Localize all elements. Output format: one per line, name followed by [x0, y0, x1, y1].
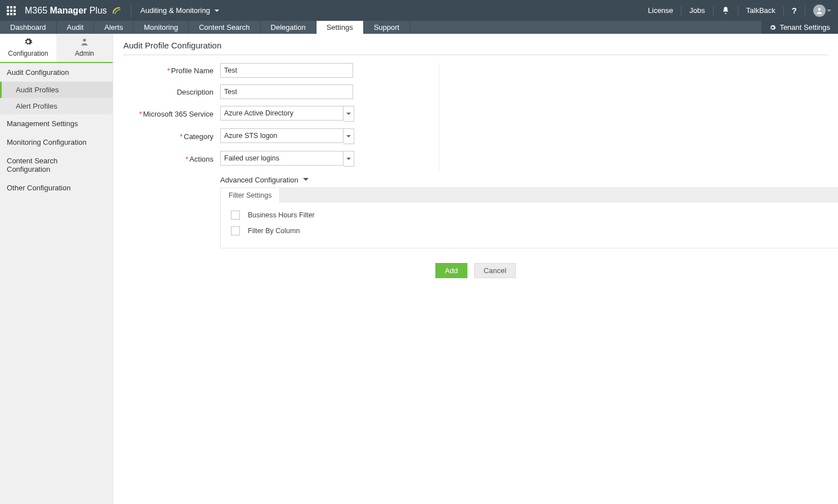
help-icon[interactable]: ?	[792, 6, 797, 15]
sidetab-config-label: Configuration	[8, 50, 48, 57]
page-title: Audit Profile Configuration	[123, 41, 828, 55]
person-icon	[56, 37, 113, 48]
service-value: Azure Active Directory	[220, 106, 344, 121]
tab-dashboard[interactable]: Dashboard	[0, 21, 57, 34]
gear-icon	[769, 24, 776, 31]
sidetab-admin-label: Admin	[75, 50, 94, 57]
cancel-button[interactable]: Cancel	[474, 263, 516, 278]
business-hours-label: Business Hours Filter	[248, 211, 315, 219]
chevron-down-icon	[344, 128, 354, 144]
profile-name-input[interactable]	[220, 63, 353, 78]
side-monitoring-label: Monitoring Configuration	[7, 138, 87, 146]
tenant-settings-label: Tenant Settings	[779, 23, 830, 32]
user-avatar-icon	[813, 5, 826, 17]
side-monitoring-config[interactable]: Monitoring Configuration	[0, 133, 113, 151]
app-launcher-icon[interactable]	[7, 6, 16, 15]
description-input[interactable]	[220, 84, 353, 99]
tab-alerts[interactable]: Alerts	[94, 21, 133, 34]
side-mgmt-label: Management Settings	[7, 119, 78, 128]
navtabs: Dashboard Audit Alerts Monitoring Conten…	[0, 21, 838, 34]
chevron-down-icon	[344, 151, 354, 167]
chevron-right-icon	[101, 122, 106, 126]
tab-delegation[interactable]: Delegation	[261, 21, 317, 34]
advanced-config-toggle[interactable]: Advanced Configuration	[220, 176, 828, 184]
category-value: Azure STS logon	[220, 128, 344, 143]
filter-by-column-checkbox[interactable]	[231, 226, 240, 235]
brand-pre: M365	[25, 6, 50, 15]
side-content-search-config[interactable]: Content Search Configuration	[0, 151, 113, 179]
main: Audit Profile Configuration *Profile Nam…	[113, 34, 838, 504]
side-audit-config[interactable]: Audit Configuration	[0, 63, 113, 82]
profile-name-label: *Profile Name	[123, 66, 220, 75]
brand-post: Plus	[87, 6, 107, 15]
actions-label: *Actions	[123, 155, 220, 163]
side-other-label: Other Configuration	[7, 184, 70, 192]
user-menu[interactable]	[813, 5, 831, 17]
filter-by-column-label: Filter By Column	[248, 227, 300, 235]
module-picker[interactable]: Auditing & Monitoring	[140, 6, 219, 15]
chevron-down-icon	[215, 10, 219, 14]
sidetab-configuration[interactable]: Configuration	[0, 34, 56, 62]
actions-value: Failed user logins	[220, 151, 344, 166]
tab-audit[interactable]: Audit	[57, 21, 95, 34]
separator	[131, 5, 131, 17]
chevron-down-icon	[344, 106, 354, 122]
tab-monitoring[interactable]: Monitoring	[133, 21, 189, 34]
jobs-link[interactable]: Jobs	[689, 6, 705, 15]
category-label: *Category	[123, 132, 220, 141]
bell-icon[interactable]	[721, 6, 730, 15]
actions-select[interactable]: Failed user logins	[220, 151, 354, 167]
chevron-down-icon	[827, 10, 831, 14]
side-audit-profiles[interactable]: Audit Profiles	[0, 82, 113, 98]
category-select[interactable]: Azure STS logon	[220, 128, 354, 144]
tab-content-search[interactable]: Content Search	[189, 21, 260, 34]
side-cscfg-label: Content Search Configuration	[7, 157, 101, 173]
sidebar: Configuration Admin Audit Configuration …	[0, 34, 113, 504]
side-alert-profiles[interactable]: Alert Profiles	[0, 98, 113, 114]
business-hours-checkbox[interactable]	[231, 211, 240, 220]
svg-point-0	[818, 8, 821, 11]
chevron-right-icon	[101, 140, 106, 145]
tab-support[interactable]: Support	[364, 21, 411, 34]
advanced-label: Advanced Configuration	[220, 176, 298, 184]
module-label: Auditing & Monitoring	[140, 6, 210, 15]
talkback-link[interactable]: TalkBack	[746, 6, 775, 15]
svg-point-1	[83, 39, 86, 42]
brand-arc-icon	[112, 5, 122, 15]
sidetab-admin[interactable]: Admin	[56, 34, 113, 62]
side-other-config[interactable]: Other Configuration	[0, 179, 113, 197]
side-audit-config-label: Audit Configuration	[7, 68, 69, 77]
brand: M365 Manager Plus	[25, 5, 122, 16]
add-button[interactable]: Add	[435, 263, 467, 278]
filter-settings-tab[interactable]: Filter Settings	[220, 188, 280, 203]
gear-icon	[0, 37, 56, 48]
chevron-down-icon	[303, 178, 309, 184]
topbar: M365 Manager Plus Auditing & Monitoring …	[0, 0, 838, 21]
topbar-right: License Jobs TalkBack ?	[648, 5, 831, 17]
chevron-down-icon	[101, 72, 106, 76]
tab-settings[interactable]: Settings	[317, 21, 364, 34]
license-link[interactable]: License	[648, 6, 674, 15]
chevron-right-icon	[101, 163, 106, 167]
service-label: *Microsoft 365 Service	[123, 110, 220, 118]
brand-strong: Manager	[50, 6, 87, 15]
side-mgmt-settings[interactable]: Management Settings	[0, 114, 113, 133]
filter-panel: Filter Settings Business Hours Filter Fi…	[220, 188, 838, 248]
description-label: Description	[123, 88, 220, 96]
chevron-right-icon	[101, 186, 106, 190]
service-select[interactable]: Azure Active Directory	[220, 106, 354, 122]
tenant-settings-button[interactable]: Tenant Settings	[761, 21, 838, 34]
